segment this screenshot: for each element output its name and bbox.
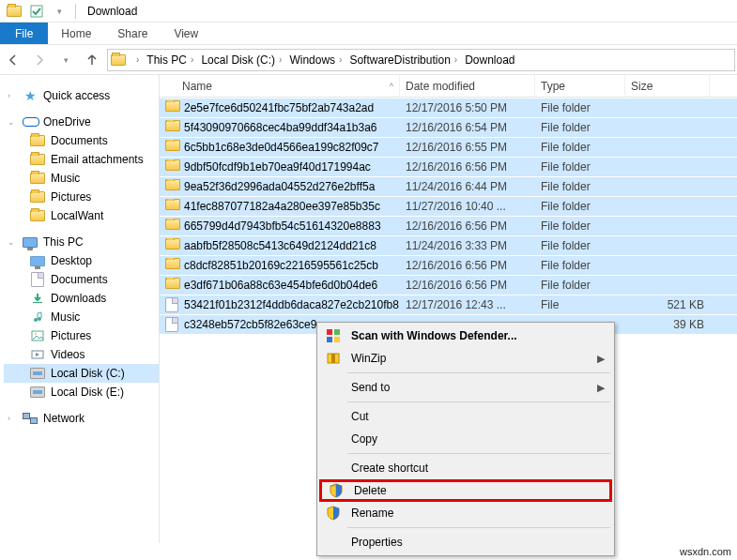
folder-icon: [165, 140, 180, 155]
folder-icon: [165, 219, 180, 234]
sidebar-this-pc[interactable]: ⌄ This PC: [4, 233, 159, 251]
sidebar-pictures[interactable]: Pictures: [4, 326, 159, 345]
folder-icon: [30, 189, 45, 204]
watermark: wsxdn.com: [680, 543, 731, 560]
navigation-bar: ▾ › This PC› Local Disk (C:)› Windows› S…: [0, 45, 737, 75]
folder-icon: [30, 133, 45, 148]
forward-button[interactable]: [28, 49, 51, 71]
shield-icon: [323, 503, 344, 523]
crumb-c[interactable]: Local Disk (C:)›: [197, 50, 285, 70]
qat-properties-icon[interactable]: [26, 1, 47, 22]
folder-icon: [30, 208, 45, 223]
table-row[interactable]: 6c5bb1c68e3de0d4566ea199c82f09c712/16/20…: [160, 137, 737, 157]
folder-icon: [165, 238, 180, 253]
recent-button[interactable]: ▾: [54, 49, 77, 71]
sidebar-onedrive-email[interactable]: Email attachments: [4, 150, 159, 169]
music-icon: [30, 310, 45, 325]
sidebar-network[interactable]: › Network: [4, 409, 159, 428]
crumb-windows[interactable]: Windows›: [285, 50, 345, 70]
svg-rect-12: [331, 354, 335, 363]
context-menu: Scan with Windows Defender... WinZip▶ Se…: [316, 322, 615, 556]
folder-icon: [165, 199, 180, 214]
sidebar-onedrive[interactable]: ⌄ OneDrive: [4, 113, 159, 131]
table-row[interactable]: c8dcf82851b20169c2216595561c25cb12/16/20…: [160, 255, 737, 275]
crumb-thispc[interactable]: This PC›: [143, 50, 197, 70]
sidebar-local-disk-e[interactable]: Local Disk (E:): [4, 383, 159, 401]
defender-icon: [323, 325, 344, 346]
menu-scan-defender[interactable]: Scan with Windows Defender...: [319, 325, 612, 347]
menu-rename[interactable]: Rename: [319, 502, 612, 524]
sidebar-documents[interactable]: Documents: [4, 270, 159, 289]
svg-rect-0: [31, 6, 42, 17]
qat-folder-icon[interactable]: [4, 1, 24, 22]
sidebar-onedrive-documents[interactable]: Documents: [4, 131, 159, 150]
sidebar-music[interactable]: Music: [4, 308, 159, 326]
svg-rect-1: [33, 302, 42, 303]
tab-share[interactable]: Share: [104, 23, 161, 44]
column-date[interactable]: Date modified: [400, 75, 535, 97]
qat-chevron-icon[interactable]: ▾: [49, 1, 69, 22]
breadcrumb[interactable]: › This PC› Local Disk (C:)› Windows› Sof…: [107, 49, 735, 71]
folder-icon: [165, 179, 180, 194]
crumb-sd[interactable]: SoftwareDistribution›: [345, 50, 461, 70]
up-button[interactable]: [81, 49, 103, 71]
svg-rect-10: [334, 337, 340, 342]
monitor-icon: [23, 235, 38, 250]
submenu-arrow-icon: ▶: [597, 353, 605, 365]
table-row[interactable]: aabfb5f28508c5413c649d2124dd21c811/24/20…: [160, 235, 737, 255]
sidebar-local-disk-c[interactable]: Local Disk (C:): [4, 364, 159, 383]
menu-properties[interactable]: Properties: [319, 531, 612, 553]
table-row[interactable]: e3df671b06a88c63e454bfe6d0b04de612/16/20…: [160, 275, 737, 295]
submenu-arrow-icon: ▶: [597, 382, 605, 394]
column-type[interactable]: Type: [535, 75, 625, 97]
sidebar-desktop[interactable]: Desktop: [4, 251, 159, 270]
menu-create-shortcut[interactable]: Create shortcut: [319, 457, 612, 479]
table-row[interactable]: 2e5e7fce6d50241fbc75bf2ab743a2ad12/17/20…: [160, 98, 737, 117]
svg-point-3: [38, 317, 41, 321]
back-button[interactable]: [2, 49, 24, 71]
folder-icon: [165, 258, 180, 273]
tab-view[interactable]: View: [161, 23, 211, 44]
desktop-icon: [30, 253, 45, 268]
folder-icon: [165, 159, 180, 174]
navigation-pane: ›★ Quick access ⌄ OneDrive Documents Ema…: [0, 75, 160, 543]
menu-cut[interactable]: Cut: [319, 405, 612, 428]
svg-rect-8: [334, 329, 340, 335]
menu-delete[interactable]: Delete: [319, 479, 612, 502]
winzip-icon: [323, 348, 344, 369]
menu-send-to[interactable]: Send to▶: [319, 376, 612, 399]
tab-home[interactable]: Home: [48, 23, 104, 44]
table-row[interactable]: 5f43090970668cec4ba99ddf34a1b3a612/16/20…: [160, 117, 737, 137]
sidebar-onedrive-music[interactable]: Music: [4, 169, 159, 188]
folder-icon: [30, 171, 45, 186]
file-tab[interactable]: File: [0, 23, 48, 44]
breadcrumb-folder-icon: [110, 52, 127, 68]
network-icon: [23, 411, 38, 426]
sidebar-videos[interactable]: Videos: [4, 345, 159, 364]
column-headers[interactable]: Name^ Date modified Type Size: [160, 75, 737, 98]
folder-icon: [165, 278, 180, 293]
shield-icon: [326, 480, 346, 501]
sidebar-onedrive-localwant[interactable]: LocalWant: [4, 206, 159, 225]
svg-point-5: [35, 333, 37, 335]
star-icon: ★: [23, 88, 38, 103]
menu-winzip[interactable]: WinZip▶: [319, 347, 612, 370]
table-row[interactable]: 53421f01b2312f4ddb6daca827e2cb210fb8...1…: [160, 295, 737, 314]
sidebar-onedrive-pictures[interactable]: Pictures: [4, 188, 159, 206]
sidebar-quick-access[interactable]: ›★ Quick access: [4, 86, 159, 105]
column-size[interactable]: Size: [625, 75, 710, 97]
table-row[interactable]: 41fec887077182a4a280ee397e85b35c11/27/20…: [160, 196, 737, 216]
ribbon: File Home Share View: [0, 23, 737, 45]
crumb-chevron[interactable]: ›: [129, 50, 143, 70]
column-name[interactable]: Name: [182, 80, 212, 93]
svg-rect-7: [327, 329, 332, 335]
table-row[interactable]: 9dbf50fcdf9b1eb70ea9f40d171994ac12/16/20…: [160, 157, 737, 176]
disk-icon: [30, 385, 45, 400]
svg-point-2: [34, 318, 38, 322]
table-row[interactable]: 9ea52f36d2996ada04552d276e2bff5a11/24/20…: [160, 176, 737, 196]
sidebar-downloads[interactable]: Downloads: [4, 289, 159, 308]
table-row[interactable]: 665799d4d7943bfb54c51614320e888312/16/20…: [160, 216, 737, 235]
crumb-download[interactable]: Download: [461, 50, 518, 70]
disk-icon: [30, 366, 45, 381]
menu-copy[interactable]: Copy: [319, 428, 612, 450]
